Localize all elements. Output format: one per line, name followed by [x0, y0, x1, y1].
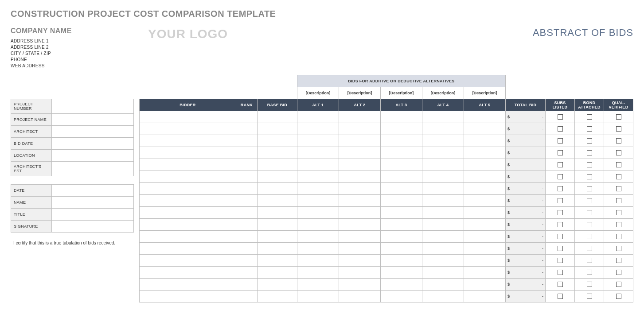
cell[interactable]	[422, 111, 464, 123]
cell[interactable]	[257, 183, 297, 195]
cell[interactable]	[139, 159, 236, 171]
checkbox-icon[interactable]	[558, 138, 563, 143]
cell[interactable]	[139, 135, 236, 147]
checkbox-icon[interactable]	[616, 174, 621, 179]
cell[interactable]	[339, 267, 380, 279]
checkbox-icon[interactable]	[558, 174, 563, 179]
value-signature[interactable]	[52, 221, 134, 233]
checkbox-icon[interactable]	[616, 114, 621, 120]
cell[interactable]	[380, 147, 422, 159]
cell[interactable]	[422, 279, 464, 291]
cell[interactable]	[257, 219, 297, 231]
value-architects-est[interactable]	[52, 162, 134, 176]
checkbox-icon[interactable]	[587, 150, 592, 155]
checkbox-icon[interactable]	[587, 210, 592, 215]
cell[interactable]	[380, 279, 422, 291]
value-project-number[interactable]	[52, 99, 134, 114]
checkbox-icon[interactable]	[558, 114, 563, 120]
cell[interactable]	[380, 171, 422, 183]
cell[interactable]	[422, 159, 464, 171]
cell[interactable]	[257, 171, 297, 183]
checkbox-icon[interactable]	[616, 234, 621, 239]
cell[interactable]	[236, 267, 257, 279]
cell[interactable]	[257, 135, 297, 147]
checkbox-icon[interactable]	[558, 294, 563, 299]
cell[interactable]	[257, 123, 297, 135]
cell[interactable]	[339, 135, 380, 147]
checkbox-icon[interactable]	[616, 162, 621, 167]
cell[interactable]	[297, 123, 339, 135]
cell[interactable]	[380, 195, 422, 207]
checkbox-icon[interactable]	[558, 258, 563, 263]
cell[interactable]	[380, 159, 422, 171]
checkbox-icon[interactable]	[558, 198, 563, 203]
cell[interactable]	[464, 267, 505, 279]
cell[interactable]	[236, 243, 257, 255]
cell[interactable]	[257, 195, 297, 207]
checkbox-icon[interactable]	[587, 198, 592, 203]
cell[interactable]	[339, 219, 380, 231]
checkbox-icon[interactable]	[587, 294, 592, 299]
cell[interactable]	[297, 147, 339, 159]
cell[interactable]	[257, 279, 297, 291]
alt1-description[interactable]: [Description]	[297, 87, 339, 99]
checkbox-icon[interactable]	[616, 198, 621, 203]
cell[interactable]	[422, 207, 464, 219]
cell[interactable]	[422, 267, 464, 279]
checkbox-icon[interactable]	[587, 114, 592, 120]
cell[interactable]	[422, 171, 464, 183]
cell[interactable]	[236, 219, 257, 231]
cell[interactable]	[380, 231, 422, 243]
checkbox-icon[interactable]	[587, 222, 592, 227]
cell[interactable]	[464, 231, 505, 243]
checkbox-icon[interactable]	[558, 234, 563, 239]
checkbox-icon[interactable]	[616, 282, 621, 287]
cell[interactable]	[257, 159, 297, 171]
cell[interactable]	[236, 231, 257, 243]
cell[interactable]	[339, 147, 380, 159]
checkbox-icon[interactable]	[558, 186, 563, 191]
alt2-description[interactable]: [Description]	[339, 87, 380, 99]
cell[interactable]	[257, 111, 297, 123]
cell[interactable]	[464, 255, 505, 267]
cell[interactable]	[139, 147, 236, 159]
cell[interactable]	[464, 183, 505, 195]
checkbox-icon[interactable]	[587, 270, 592, 275]
cell[interactable]	[422, 243, 464, 255]
cell[interactable]	[339, 243, 380, 255]
cell[interactable]	[139, 255, 236, 267]
cell[interactable]	[236, 183, 257, 195]
cell[interactable]	[257, 255, 297, 267]
checkbox-icon[interactable]	[558, 126, 563, 132]
value-title[interactable]	[52, 209, 134, 221]
cell[interactable]	[297, 219, 339, 231]
cell[interactable]	[236, 207, 257, 219]
cell[interactable]	[380, 291, 422, 302]
cell[interactable]	[380, 183, 422, 195]
checkbox-icon[interactable]	[616, 270, 621, 275]
checkbox-icon[interactable]	[558, 162, 563, 167]
value-name[interactable]	[52, 197, 134, 209]
cell[interactable]	[339, 291, 380, 302]
checkbox-icon[interactable]	[616, 246, 621, 251]
cell[interactable]	[464, 171, 505, 183]
cell[interactable]	[339, 195, 380, 207]
cell[interactable]	[464, 135, 505, 147]
checkbox-icon[interactable]	[616, 222, 621, 227]
value-architect[interactable]	[52, 126, 134, 138]
cell[interactable]	[464, 147, 505, 159]
cell[interactable]	[422, 231, 464, 243]
cell[interactable]	[257, 207, 297, 219]
cell[interactable]	[422, 255, 464, 267]
cell[interactable]	[297, 267, 339, 279]
cell[interactable]	[257, 291, 297, 302]
checkbox-icon[interactable]	[587, 162, 592, 167]
checkbox-icon[interactable]	[587, 174, 592, 179]
value-location[interactable]	[52, 150, 134, 162]
cell[interactable]	[380, 219, 422, 231]
checkbox-icon[interactable]	[558, 222, 563, 227]
cell[interactable]	[236, 171, 257, 183]
checkbox-icon[interactable]	[587, 186, 592, 191]
alt5-description[interactable]: [Description]	[464, 87, 505, 99]
cell[interactable]	[236, 255, 257, 267]
